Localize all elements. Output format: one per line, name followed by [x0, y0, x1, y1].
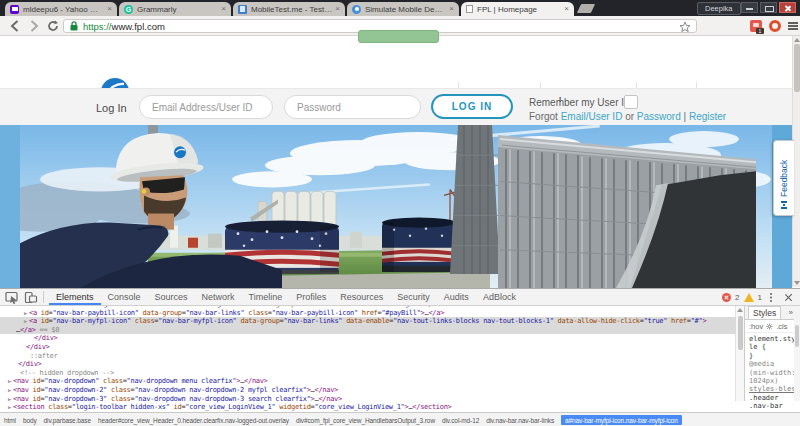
- devtools-close-icon[interactable]: [784, 293, 793, 302]
- class-toggle[interactable]: .cls: [776, 322, 787, 331]
- window-close-button[interactable]: [779, 2, 796, 13]
- browser-tab-fpl-active[interactable]: FPL | Homepage ×: [461, 2, 574, 16]
- dom-node[interactable]: </div>: [0, 334, 736, 343]
- dom-node[interactable]: ::after: [0, 352, 736, 361]
- forward-icon[interactable]: [27, 19, 41, 33]
- back-icon[interactable]: [8, 19, 22, 33]
- email-field[interactable]: [139, 95, 273, 119]
- breadcrumb-item[interactable]: a#nav-bar-myfpl-icon.nav-bar-myfpl-icon: [561, 415, 682, 425]
- hero-image: [20, 125, 772, 288]
- browser-tab-grammarly[interactable]: G Grammarly ×: [119, 2, 231, 16]
- scroll-down-icon[interactable]: [794, 281, 800, 285]
- dom-node-selected[interactable]: …</a> == $0: [0, 326, 736, 335]
- chrome-menu-icon[interactable]: [788, 22, 798, 30]
- tab-close-icon[interactable]: ×: [107, 5, 112, 13]
- device-toolbar-icon[interactable]: [24, 291, 38, 304]
- devtools-tab-console[interactable]: Console: [101, 290, 148, 305]
- scroll-up-icon[interactable]: [737, 308, 743, 312]
- breadcrumb-item[interactable]: div#com_fpl_core_view_HandlebarsOutput_3…: [296, 417, 435, 424]
- devtools-tab-elements[interactable]: Elements: [49, 290, 101, 305]
- new-tab-button[interactable]: [577, 4, 595, 13]
- bookmark-star-icon[interactable]: [679, 21, 691, 33]
- devtools-tab-timeline[interactable]: Timeline: [242, 290, 290, 305]
- browser-window: mldeepu6 - Yahoo Mail × G Grammarly × Mo…: [0, 0, 800, 426]
- devtools-tab-sources[interactable]: Sources: [148, 290, 195, 305]
- styles-tab[interactable]: Styles: [748, 306, 781, 319]
- browser-tab-simulate[interactable]: Simulate Mobile Device... ×: [347, 2, 459, 16]
- password-field[interactable]: [284, 95, 421, 119]
- site-header: FPL My Account $ Pay Bill ! Outages Menu: [0, 36, 792, 88]
- devtools-menu-icon[interactable]: [770, 293, 772, 295]
- screenshot-extension-icon[interactable]: 1: [750, 20, 762, 32]
- minimize-button[interactable]: [741, 2, 758, 13]
- forgot-password-link[interactable]: Password: [637, 111, 681, 122]
- mobiletest-icon: [238, 5, 247, 14]
- style-rules[interactable]: element.style {}@media(min-width:1024px)…: [745, 333, 800, 411]
- feedback-tab[interactable]: Feedback: [773, 140, 794, 216]
- devtools-tab-profiles[interactable]: Profiles: [289, 290, 333, 305]
- forgot-email-link[interactable]: Email/User ID: [561, 111, 623, 122]
- dom-node[interactable]: <!-- hidden dropdown -->: [0, 369, 736, 378]
- elements-scrollbar[interactable]: [735, 306, 744, 401]
- breadcrumb-item[interactable]: div.parbase.base: [44, 417, 91, 424]
- register-link[interactable]: Register: [689, 111, 726, 122]
- hover-state-toggle[interactable]: :hov: [749, 322, 763, 331]
- devtools-tab-adblock[interactable]: AdBlock: [476, 290, 523, 305]
- style-line[interactable]: .header: [749, 394, 800, 402]
- browser-tab-mobiletest[interactable]: MobileTest.me - Test yo... ×: [233, 2, 345, 16]
- dom-node[interactable]: ▶<section class="login-toolbar hidden-xs…: [0, 403, 736, 412]
- console-warning-icon[interactable]: [744, 293, 754, 302]
- dom-node[interactable]: ▶<nav id="nav-dropdown-2" class="nav-dro…: [0, 386, 736, 395]
- dom-node-selected[interactable]: ▶<a id="nav-bar-myfpl-icon" class="nav-b…: [0, 317, 736, 326]
- styles-scrollbar[interactable]: [794, 319, 800, 401]
- dom-node[interactable]: ▶<nav id="nav-dropdown" class="nav-dropd…: [0, 377, 736, 386]
- style-line[interactable]: le {: [749, 343, 800, 351]
- refresh-icon[interactable]: [46, 19, 60, 33]
- tab-label: FPL | Homepage: [477, 5, 561, 14]
- browser-tab-strip: mldeepu6 - Yahoo Mail × G Grammarly × Mo…: [0, 0, 800, 16]
- browser-tab-yahoo-mail[interactable]: mldeepu6 - Yahoo Mail ×: [5, 2, 117, 16]
- breadcrumb-item[interactable]: div.col-md-12: [442, 417, 479, 424]
- tab-close-icon[interactable]: ×: [335, 5, 340, 13]
- remember-checkbox[interactable]: [624, 95, 638, 109]
- breadcrumb-item[interactable]: html: [4, 417, 16, 424]
- console-error-icon[interactable]: [722, 293, 731, 302]
- devtools-tab-network[interactable]: Network: [195, 290, 242, 305]
- gear-icon[interactable]: [766, 323, 773, 330]
- feedback-label: Feedback: [779, 160, 789, 197]
- dom-node[interactable]: ▶<nav id="nav-dropdown-3" class="nav-dro…: [0, 395, 736, 404]
- style-line[interactable]: (min-width:: [749, 369, 800, 377]
- profile-name-button[interactable]: Deepika: [697, 2, 741, 15]
- hero-carousel: Feedback: [0, 125, 800, 288]
- pane-overflow-icon[interactable]: »: [789, 308, 793, 317]
- style-line[interactable]: .nav-bar: [749, 402, 800, 410]
- devtools-tab-audits[interactable]: Audits: [437, 290, 476, 305]
- devtools-tab-security[interactable]: Security: [390, 290, 437, 305]
- scrollbar-thumb[interactable]: [738, 316, 743, 350]
- style-line[interactable]: styles-bless: [749, 385, 800, 393]
- scroll-up-icon[interactable]: [794, 38, 800, 42]
- tab-close-icon[interactable]: ×: [449, 5, 454, 13]
- dom-node[interactable]: </div>: [0, 343, 736, 352]
- styles-pane: Styles » :hov .cls element.style {}@medi…: [744, 306, 800, 401]
- style-line[interactable]: 1024px): [749, 377, 800, 385]
- tab-close-icon[interactable]: ×: [564, 5, 569, 13]
- dom-node[interactable]: ▶<a id="nav-bar-paybill-icon" data-group…: [0, 309, 736, 318]
- maximize-button[interactable]: [760, 2, 777, 13]
- hero-left-strip: [0, 125, 20, 288]
- inspect-element-icon[interactable]: [5, 291, 19, 304]
- style-line[interactable]: @media: [749, 360, 800, 368]
- style-line[interactable]: element.sty: [749, 335, 800, 343]
- devtools-tab-resources[interactable]: Resources: [333, 290, 390, 305]
- log-in-button[interactable]: LOG IN: [431, 94, 513, 119]
- breadcrumb-item[interactable]: header#core_view_Header_0.header.clearfi…: [98, 417, 289, 424]
- scrollbar-thumb[interactable]: [794, 44, 800, 92]
- style-line[interactable]: }: [749, 352, 800, 360]
- breadcrumb-item[interactable]: div.nav-bar.nav-bar-links: [486, 417, 554, 424]
- extension-icon[interactable]: [769, 20, 781, 32]
- yahoo-mail-icon: [10, 5, 19, 14]
- breadcrumb-item[interactable]: body: [23, 417, 37, 424]
- dom-node[interactable]: </div>: [0, 360, 736, 369]
- scrollbar-thumb[interactable]: [795, 325, 799, 347]
- tab-close-icon[interactable]: ×: [221, 5, 226, 13]
